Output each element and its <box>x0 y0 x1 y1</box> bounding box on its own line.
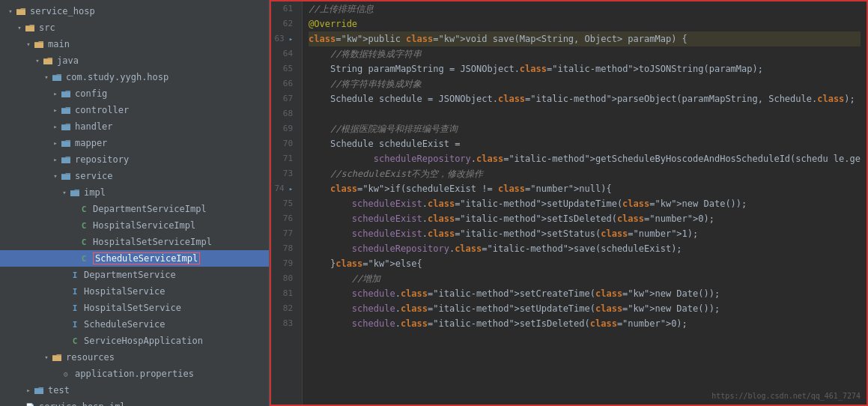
tree-item-service_hosp_iml[interactable]: 📄service_hosp.iml <box>0 399 269 406</box>
tree-icon-resources <box>51 351 63 363</box>
code-area: 616263▸64656667686970717374▸757677787980… <box>271 1 867 405</box>
code-line-71: scheduleRepository.class="italic-method"… <box>309 151 861 166</box>
code-line-67: Schedule schedule = JSONObject.class="it… <box>309 91 861 106</box>
tree-arrow-config <box>51 89 60 98</box>
tree-icon-service <box>60 170 72 182</box>
code-editor[interactable]: 616263▸64656667686970717374▸757677787980… <box>270 0 868 406</box>
tree-label-config: config <box>75 88 107 99</box>
tree-item-HospitalService[interactable]: IHospitalService <box>0 283 269 300</box>
tree-item-HospitalSetService[interactable]: IHospitalSetService <box>0 300 269 316</box>
tree-icon-main <box>33 38 45 50</box>
tree-label-service_hosp_iml: service_hosp.iml <box>39 402 126 406</box>
tree-icon-service_hosp_iml: 📄 <box>24 401 36 406</box>
tree-item-resources[interactable]: resources <box>0 349 269 366</box>
tree-item-application_properties[interactable]: ⚙application.properties <box>0 366 269 382</box>
line-num-69: 69 <box>277 121 296 136</box>
file-tree[interactable]: service_hosp src main java com.study.yyg… <box>0 0 270 406</box>
tree-label-controller: controller <box>75 105 129 115</box>
line-num-77: 77 <box>277 226 296 241</box>
code-line-73: //scheduleExist不为空，修改操作 <box>309 166 861 181</box>
code-line-79: }class="kw">else{ <box>309 256 861 271</box>
tree-label-java: java <box>57 55 79 66</box>
tree-arrow-HospitalSetServiceImpl <box>69 237 78 246</box>
tree-label-src: src <box>39 22 55 33</box>
line-numbers: 616263▸64656667686970717374▸757677787980… <box>271 1 303 405</box>
tree-arrow-service_hosp_root <box>6 7 15 16</box>
line-num-82: 82 <box>277 301 296 316</box>
tree-arrow-ServiceHospApplication <box>60 336 69 345</box>
tree-item-java[interactable]: java <box>0 52 269 69</box>
tree-arrow-ScheduleServiceImpl <box>69 254 78 263</box>
tree-label-ServiceHospApplication: ServiceHospApplication <box>84 336 203 346</box>
tree-arrow-DepartmentService <box>60 270 69 279</box>
tree-arrow-com_study <box>42 73 51 82</box>
tree-label-handler: handler <box>75 121 113 132</box>
tree-item-main[interactable]: main <box>0 36 269 52</box>
tree-arrow-application_properties <box>51 369 60 378</box>
code-line-69: //根据医院编号和排班编号查询 <box>309 121 861 136</box>
tree-icon-src <box>24 22 36 34</box>
code-line-63: class="kw">public class="kw">void save(M… <box>309 31 861 46</box>
tree-item-ScheduleServiceImpl[interactable]: CScheduleServiceImpl <box>0 250 269 267</box>
tree-arrow-ScheduleService <box>60 320 69 329</box>
tree-icon-HospitalService: I <box>69 285 81 297</box>
tree-icon-impl <box>69 187 81 199</box>
line-arrow: ▸ <box>289 31 293 46</box>
tree-item-com_study[interactable]: com.study.yygh.hosp <box>0 69 269 85</box>
tree-icon-com_study <box>51 71 63 83</box>
line-num-78: 78 <box>277 241 296 256</box>
tree-item-ServiceHospApplication[interactable]: CServiceHospApplication <box>0 333 269 349</box>
tree-label-DepartmentService: DepartmentService <box>84 270 176 280</box>
tree-label-test: test <box>48 385 70 396</box>
tree-item-ScheduleService[interactable]: IScheduleService <box>0 316 269 333</box>
tree-item-mapper[interactable]: mapper <box>0 135 269 151</box>
tree-icon-HospitalSetService: I <box>69 302 81 314</box>
tree-item-service_hosp_root[interactable]: service_hosp <box>0 3 269 19</box>
code-line-75: scheduleExist.class="italic-method">setU… <box>309 196 861 211</box>
tree-arrow-service <box>51 172 60 181</box>
tree-item-DepartmentServiceImpl[interactable]: CDepartmentServiceImpl <box>0 201 269 217</box>
tree-icon-HospitalSetServiceImpl: C <box>78 236 90 248</box>
code-line-74: class="kw">if(scheduleExist != class="nu… <box>309 181 861 196</box>
tree-item-handler[interactable]: handler <box>0 118 269 135</box>
line-num-80: 80 <box>277 271 296 286</box>
tree-item-HospitalSetServiceImpl[interactable]: CHospitalSetServiceImpl <box>0 234 269 250</box>
tree-label-com_study: com.study.yygh.hosp <box>66 72 169 82</box>
tree-arrow-HospitalServiceImpl <box>69 221 78 230</box>
tree-arrow-mapper <box>51 139 60 148</box>
tree-item-controller[interactable]: controller <box>0 102 269 118</box>
tree-icon-application_properties: ⚙ <box>60 368 72 380</box>
tree-label-HospitalSetService: HospitalSetService <box>84 303 181 313</box>
code-line-81: schedule.class="italic-method">setCreate… <box>309 286 861 301</box>
line-num-68: 68 <box>277 106 296 121</box>
tree-item-impl[interactable]: impl <box>0 184 269 201</box>
tree-item-service[interactable]: service <box>0 168 269 184</box>
code-line-76: scheduleExist.class="italic-method">setI… <box>309 211 861 226</box>
tree-item-repository[interactable]: repository <box>0 151 269 168</box>
tree-item-HospitalServiceImpl[interactable]: CHospitalServiceImpl <box>0 217 269 234</box>
tree-icon-DepartmentService: I <box>69 269 81 281</box>
tree-icon-ServiceHospApplication: C <box>69 335 81 347</box>
line-num-75: 75 <box>277 196 296 211</box>
tree-icon-DepartmentServiceImpl: C <box>78 203 90 215</box>
tree-arrow-resources <box>42 353 51 362</box>
tree-item-src[interactable]: src <box>0 19 269 36</box>
tree-item-test[interactable]: test <box>0 382 269 399</box>
line-num-79: 79 <box>277 256 296 271</box>
tree-arrow-HospitalService <box>60 287 69 296</box>
watermark: https://blog.csdn.net/qq_461_7274 <box>711 392 861 400</box>
tree-item-DepartmentService[interactable]: IDepartmentService <box>0 267 269 283</box>
tree-arrow-main <box>24 40 33 49</box>
tree-item-config[interactable]: config <box>0 85 269 102</box>
tree-arrow-src <box>15 23 24 32</box>
tree-icon-config <box>60 88 72 100</box>
line-num-62: 62 <box>277 16 296 31</box>
tree-arrow-repository <box>51 155 60 164</box>
tree-icon-test <box>33 384 45 396</box>
line-num-61: 61 <box>277 1 296 16</box>
code-line-62: @Override <box>309 16 861 31</box>
code-line-83: schedule.class="italic-method">setIsDele… <box>309 316 861 331</box>
tree-icon-repository <box>60 154 72 166</box>
tree-icon-mapper <box>60 137 72 149</box>
tree-icon-HospitalServiceImpl: C <box>78 219 90 231</box>
